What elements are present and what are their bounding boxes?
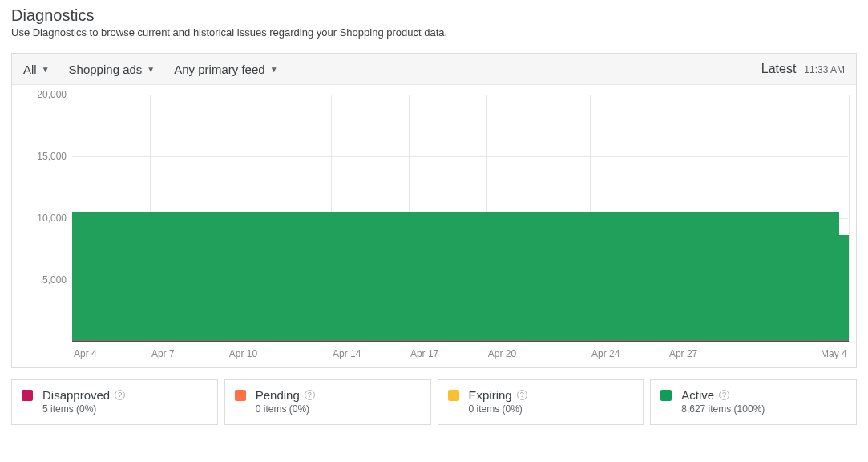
legend-subtitle: 8,627 items (100%) — [681, 403, 765, 415]
x-axis-label: Apr 24 — [591, 348, 620, 359]
x-axis-label: Apr 27 — [669, 348, 697, 359]
legend-swatch — [22, 390, 33, 401]
series-active-area-end — [839, 235, 849, 342]
latest-timestamp[interactable]: Latest 11:33 AM — [761, 62, 845, 76]
legend-title: Pending? — [256, 388, 315, 402]
legend-swatch — [448, 390, 459, 401]
legend-title-text: Active — [681, 388, 714, 402]
legend-title-text: Disapproved — [42, 388, 110, 402]
chevron-down-icon: ▼ — [270, 65, 278, 74]
status-chart: 5,00010,00015,00020,000Apr 4Apr 7Apr 10A… — [12, 85, 856, 367]
x-axis-label: Apr 7 — [151, 348, 175, 359]
legend-card-disapproved[interactable]: Disapproved?5 items (0%) — [11, 379, 218, 425]
latest-time: 11:33 AM — [804, 64, 845, 75]
x-axis-label: Apr 17 — [410, 348, 438, 359]
chevron-down-icon: ▼ — [147, 65, 155, 74]
latest-label: Latest — [761, 62, 797, 75]
help-icon[interactable]: ? — [115, 390, 125, 400]
series-active-area — [72, 212, 839, 342]
legend-subtitle: 0 items (0%) — [469, 403, 527, 415]
filter-all-dropdown[interactable]: All ▼ — [23, 63, 50, 76]
legend-subtitle: 5 items (0%) — [42, 403, 125, 415]
filter-destinations-dropdown[interactable]: Shopping ads ▼ — [69, 63, 155, 76]
help-icon[interactable]: ? — [305, 390, 315, 400]
diagnostics-panel: All ▼ Shopping ads ▼ Any primary feed ▼ … — [11, 53, 857, 368]
page-subtitle: Use Diagnostics to browse current and hi… — [11, 26, 857, 38]
y-axis-label: 20,000 — [12, 89, 67, 100]
x-axis-label: Apr 20 — [488, 348, 516, 359]
legend-title: Expiring? — [469, 388, 527, 402]
series-disapproved-line — [72, 341, 849, 342]
x-axis-label: Apr 10 — [229, 348, 257, 359]
filter-bar: All ▼ Shopping ads ▼ Any primary feed ▼ … — [12, 54, 856, 85]
y-axis-label: 15,000 — [12, 151, 67, 162]
gridline — [72, 156, 848, 157]
legend-row: Disapproved?5 items (0%)Pending?0 items … — [11, 379, 857, 425]
legend-card-expiring[interactable]: Expiring?0 items (0%) — [438, 379, 644, 425]
legend-card-pending[interactable]: Pending?0 items (0%) — [224, 379, 431, 425]
filter-destinations-label: Shopping ads — [69, 63, 143, 76]
x-tick — [849, 95, 850, 342]
x-axis-label: May 4 — [821, 348, 847, 359]
page-title: Diagnostics — [11, 6, 857, 25]
y-axis-label: 5,000 — [12, 274, 67, 286]
legend-swatch — [660, 390, 672, 401]
x-axis-label: Apr 4 — [74, 348, 97, 359]
y-axis-label: 10,000 — [12, 213, 67, 224]
legend-title-text: Expiring — [469, 388, 512, 402]
x-axis-label: Apr 14 — [333, 348, 361, 359]
gridline — [72, 95, 848, 95]
filter-feeds-label: Any primary feed — [174, 63, 264, 76]
plot-area — [71, 95, 848, 342]
legend-swatch — [235, 390, 246, 401]
filter-all-label: All — [23, 63, 37, 76]
filter-feeds-dropdown[interactable]: Any primary feed ▼ — [174, 63, 277, 76]
help-icon[interactable]: ? — [719, 390, 729, 400]
chevron-down-icon: ▼ — [42, 65, 50, 74]
legend-title: Disapproved? — [42, 388, 125, 402]
legend-subtitle: 0 items (0%) — [256, 403, 315, 415]
legend-title: Active? — [681, 388, 765, 402]
legend-title-text: Pending — [256, 388, 300, 402]
legend-card-active[interactable]: Active?8,627 items (100%) — [650, 379, 857, 425]
help-icon[interactable]: ? — [517, 390, 527, 400]
